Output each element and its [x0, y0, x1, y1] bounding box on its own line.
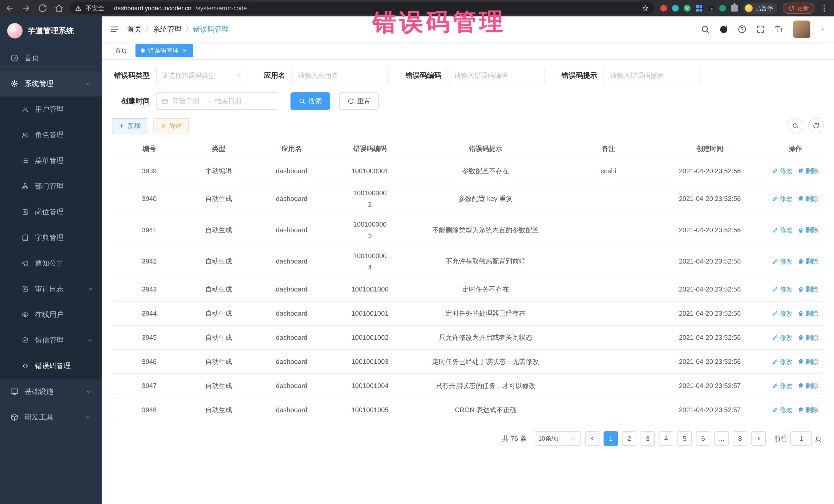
delete-link[interactable]: 删除 [798, 381, 818, 390]
toggle-search-button[interactable] [788, 118, 803, 133]
record-extension-icon[interactable] [660, 5, 667, 12]
next-page-button[interactable] [751, 431, 766, 446]
help-question-icon[interactable] [738, 25, 747, 34]
reload-icon[interactable] [38, 4, 47, 13]
navbar-actions [701, 21, 826, 38]
page-button-5[interactable]: 5 [678, 431, 692, 446]
sidebar-item-home[interactable]: 首页 [0, 45, 102, 71]
profile-paused-chip[interactable]: 已暂停 [743, 3, 777, 14]
url-host[interactable]: dashboard.yudao.iocoder.cn [114, 5, 192, 12]
refresh-table-button[interactable] [808, 118, 824, 133]
fullscreen-icon[interactable] [756, 25, 765, 34]
sidebar-item-user-management[interactable]: 用户管理 [0, 96, 102, 122]
page-size-select[interactable]: 10条/页 [534, 431, 581, 446]
caret-down-icon[interactable] [820, 26, 826, 32]
github-icon[interactable] [719, 25, 728, 34]
delete-link[interactable]: 删除 [798, 226, 818, 234]
add-button[interactable]: 新增 [112, 118, 147, 133]
tab-home[interactable]: 首页 [110, 44, 132, 57]
close-icon[interactable] [182, 47, 188, 53]
goto-page-input[interactable] [790, 431, 812, 446]
edit-link[interactable]: 修改 [772, 195, 793, 203]
export-button[interactable]: 导出 [153, 118, 189, 133]
page-button-2[interactable]: 2 [622, 431, 636, 446]
sidebar-item-dept-management[interactable]: 部门管理 [0, 174, 102, 199]
search-button[interactable]: 搜索 [290, 92, 330, 110]
delete-link[interactable]: 删除 [798, 357, 818, 366]
delete-link[interactable]: 删除 [798, 167, 818, 175]
edit-link[interactable]: 修改 [772, 333, 793, 342]
delete-link[interactable]: 删除 [798, 257, 818, 266]
error-message-input[interactable] [603, 67, 701, 84]
sidebar-item-menu-management[interactable]: 菜单管理 [0, 148, 102, 174]
switch-on-extension-icon[interactable] [707, 5, 714, 12]
back-icon[interactable] [5, 4, 14, 13]
colorpicker-extension-icon[interactable] [672, 5, 679, 12]
delete-link[interactable]: 删除 [798, 406, 818, 414]
vue-devtools-icon[interactable] [684, 5, 690, 12]
error-type-select[interactable]: 请选择错误码类型 [156, 67, 247, 84]
grid-extension-icon[interactable] [696, 5, 702, 12]
sidebar-item-audit-log[interactable]: 审计日志 [0, 276, 102, 302]
delete-link[interactable]: 删除 [798, 333, 818, 342]
edit-link[interactable]: 修改 [772, 257, 793, 266]
extensions-puzzle-icon[interactable] [731, 5, 738, 12]
delete-link[interactable]: 删除 [798, 285, 818, 293]
sidebar-item-post-management[interactable]: 岗位管理 [0, 199, 102, 225]
security-warning-icon[interactable] [75, 5, 82, 12]
bookmark-star-icon[interactable] [642, 5, 649, 12]
sidebar-item-online-users[interactable]: 在线用户 [0, 302, 102, 327]
page-button-6[interactable]: 6 [696, 431, 710, 446]
sidebar-toggle-hamburger-icon[interactable] [110, 25, 119, 34]
security-label[interactable]: 不安全 [86, 4, 104, 12]
app-name-input[interactable] [291, 67, 389, 84]
browser-update-button[interactable]: 更新 [783, 3, 814, 14]
page-button-3[interactable]: 3 [640, 431, 655, 446]
user-avatar[interactable] [793, 21, 810, 38]
header-search-icon[interactable] [701, 25, 710, 34]
breadcrumb-home[interactable]: 首页 [127, 24, 142, 34]
cell-type: 自动生成 [186, 401, 251, 419]
logo-avatar [7, 23, 23, 39]
home-icon[interactable] [54, 4, 64, 13]
sidebar-item-system-management[interactable]: 系统管理 [0, 71, 102, 96]
sidebar-item-notice-announcement[interactable]: 通知公告 [0, 250, 102, 276]
leaf-extension-icon[interactable] [719, 5, 726, 12]
edit-link[interactable]: 修改 [772, 406, 793, 414]
edit-link[interactable]: 修改 [772, 309, 793, 318]
sidebar-item-error-code-management[interactable]: 错误码管理 [0, 353, 102, 379]
reset-button[interactable]: 重置 [339, 92, 379, 110]
sidebar-item-infrastructure[interactable]: 基础设施 [0, 379, 102, 404]
font-size-icon[interactable] [774, 25, 784, 34]
delete-link[interactable]: 删除 [798, 309, 818, 318]
breadcrumb-system[interactable]: 系统管理 [153, 24, 182, 34]
sidebar-item-dict-management[interactable]: 字典管理 [0, 225, 102, 250]
edit-link[interactable]: 修改 [772, 357, 793, 366]
edit-icon [772, 196, 778, 202]
page-button-1[interactable]: 1 [603, 431, 618, 446]
forward-icon[interactable] [22, 4, 31, 13]
error-code-input[interactable] [447, 67, 545, 84]
prev-page-button[interactable] [585, 431, 599, 446]
delete-link[interactable]: 删除 [798, 195, 818, 203]
sidebar-item-role-management[interactable]: 角色管理 [0, 122, 102, 148]
cell-code: 1001001002 [333, 328, 407, 347]
page-button-4[interactable]: 4 [659, 431, 673, 446]
edit-link[interactable]: 修改 [772, 285, 793, 293]
sidebar-item-dev-tools[interactable]: 研发工具 [0, 404, 102, 430]
sidebar-logo[interactable]: 芋道管理系统 [0, 17, 102, 45]
sidebar-item-sms-management[interactable]: 短信管理 [0, 327, 102, 353]
browser-menu-kebab-icon[interactable] [820, 4, 829, 13]
page-button-8[interactable]: 8 [733, 431, 747, 446]
page-ellipsis[interactable]: ... [715, 431, 729, 446]
table-row: 3941 自动生成 dashboard 100100000 3 不能删除类型为系… [112, 215, 824, 246]
filter-row-2: 创建时间 开始日期 - 结束日期 搜索 重置 [112, 92, 824, 110]
edit-link[interactable]: 修改 [772, 167, 793, 175]
date-range-picker[interactable]: 开始日期 - 结束日期 [156, 92, 278, 110]
tab-error-code-management[interactable]: 错误码管理 [135, 44, 193, 57]
address-bar[interactable]: 不安全 | dashboard.yudao.iocoder.cn/system/… [70, 2, 654, 14]
edit-link[interactable]: 修改 [772, 226, 793, 234]
edit-link[interactable]: 修改 [772, 381, 793, 390]
url-path[interactable]: /system/error-code [196, 5, 247, 12]
cell-time: 2021-04-20 23:52:57 [653, 378, 767, 394]
